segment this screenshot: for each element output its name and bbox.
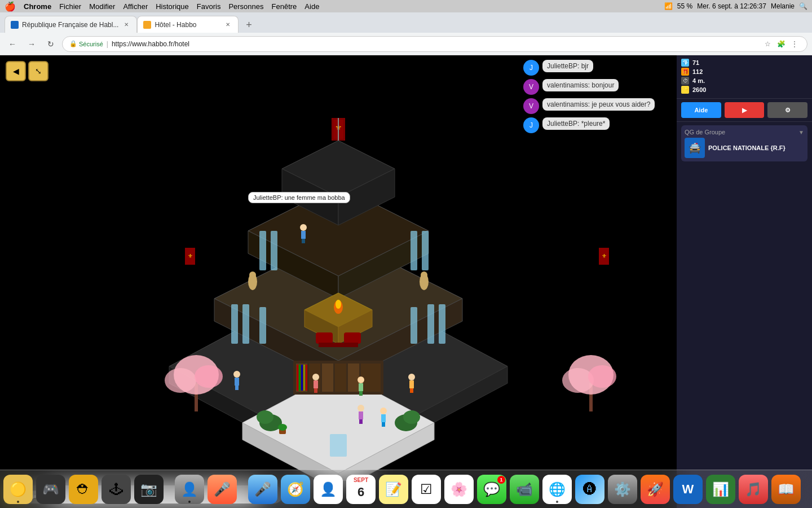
dock-numbers[interactable]: 📊 <box>706 475 735 504</box>
dock-photos[interactable]: 🌸 <box>444 475 474 504</box>
chat-message-1: JulietteBP: bjr <box>542 60 593 72</box>
menu-afficher[interactable]: Afficher <box>123 2 148 11</box>
svg-point-43 <box>588 365 616 388</box>
books-icon: 📖 <box>778 481 795 497</box>
game-nav-controls: ◀ ⤡ <box>6 61 48 81</box>
dock-safari[interactable]: 🧭 <box>281 475 310 504</box>
back-button[interactable]: ← <box>5 36 20 52</box>
dock-contacts[interactable]: 👤 <box>314 475 343 504</box>
menu-icon[interactable]: ⋮ <box>789 38 800 50</box>
menu-fenetre[interactable]: Fenêtre <box>272 2 297 11</box>
svg-point-74 <box>233 371 240 378</box>
dock-reminders[interactable]: ☑ <box>412 475 441 504</box>
svg-rect-32 <box>299 365 301 391</box>
svg-rect-60 <box>411 231 417 270</box>
chrome-icon: 🌐 <box>549 481 566 497</box>
tab-favicon-rf <box>11 21 19 29</box>
dock-appstore[interactable]: 🅐 <box>575 475 604 504</box>
group-dropdown-icon[interactable]: ▼ <box>798 129 804 135</box>
apple-menu[interactable]: 🍎 <box>5 1 16 12</box>
new-tab-button[interactable]: + <box>241 17 257 33</box>
svg-point-64 <box>257 410 273 424</box>
svg-rect-73 <box>235 378 239 386</box>
menu-historique[interactable]: Historique <box>156 2 189 11</box>
habbo-camera-icon: 📷 <box>140 481 157 497</box>
address-box[interactable]: 🔒 Sécurisé | https://www.habbo.fr/hotel … <box>62 36 807 52</box>
svg-rect-61 <box>422 231 429 270</box>
dock-facetime[interactable]: 📹 <box>510 475 539 504</box>
photos-icon: 🌸 <box>451 481 467 497</box>
dock-settings[interactable]: ⚙️ <box>608 475 637 504</box>
right-panel: 💎 71 🎁 112 ⏱ 4 m. ⭐ 2600 Aide ▶ ⚙ QG de … <box>677 55 812 508</box>
menu-fichier[interactable]: Fichier <box>59 2 81 11</box>
aide-button[interactable]: Aide <box>681 102 721 118</box>
svg-rect-31 <box>297 365 298 391</box>
tab-favicon-habbo <box>143 21 151 29</box>
dock: 🙂 🟡 🎮 ⛑ 🕹 📷 👤 🎤 🎤 🧭 👤 SEPT 6 📝 ☑ <box>0 470 812 508</box>
svg-rect-34 <box>303 365 305 391</box>
dock-habbo-4[interactable]: 🕹 <box>102 475 131 504</box>
nav-back-button[interactable]: ◀ <box>6 61 26 81</box>
svg-rect-75 <box>235 386 239 390</box>
svg-rect-87 <box>359 419 363 424</box>
bookmark-icon[interactable]: ☆ <box>762 38 773 50</box>
tab-habbo[interactable]: Hôtel - Habbo ✕ <box>137 16 239 33</box>
svg-point-70 <box>249 271 256 278</box>
dock-habbo-game[interactable]: 🎮 <box>36 475 65 504</box>
menu-aide[interactable]: Aide <box>304 2 319 11</box>
dock-habbo-6[interactable]: 🎤 <box>208 475 237 504</box>
refresh-button[interactable]: ↻ <box>43 36 59 52</box>
tab-republique[interactable]: République Française de Habl... ✕ <box>5 16 137 33</box>
svg-rect-23 <box>319 343 358 347</box>
dock-launchpad[interactable]: 🚀 <box>641 475 670 504</box>
svg-rect-91 <box>301 231 306 239</box>
game-scene[interactable]: ◀ ⤡ <box>0 55 677 508</box>
hud-stats: 💎 71 🎁 112 ⏱ 4 m. ⭐ 2600 <box>677 55 812 97</box>
dock-messages[interactable]: 💬 1 <box>477 475 506 504</box>
menu-modifier[interactable]: Modifier <box>89 2 115 11</box>
dock-books[interactable]: 📖 <box>771 475 801 504</box>
address-url: https://www.habbo.fr/hotel <box>112 40 758 48</box>
chat-avatar-valentina-1: V <box>523 79 539 95</box>
menubar: 🍎 Chrome Fichier Modifier Afficher Histo… <box>0 0 812 12</box>
app-name[interactable]: Chrome <box>24 2 51 11</box>
group-badge: 🚔 <box>685 138 705 158</box>
nav-expand-button[interactable]: ⤡ <box>28 61 48 81</box>
calendar-day: 6 <box>358 485 364 500</box>
dock-habbo-3[interactable]: ⛑ <box>69 475 98 504</box>
dock-word[interactable]: W <box>673 475 703 504</box>
menu-personnes[interactable]: Personnes <box>228 2 263 11</box>
dock-habbo-camera[interactable]: 📷 <box>134 475 164 504</box>
svg-rect-84 <box>410 388 413 393</box>
battery-status: 55 % <box>677 2 692 10</box>
play-button[interactable]: ▶ <box>725 102 765 118</box>
svg-rect-79 <box>359 383 363 391</box>
svg-rect-85 <box>359 411 363 419</box>
speech-bubble-ingame: JulietteBP: une femme ma bobba <box>248 192 350 203</box>
word-icon: W <box>682 482 694 497</box>
dock-habbo-yellow[interactable]: 🟡 <box>3 475 33 504</box>
extension-icon[interactable]: 🧩 <box>775 38 787 50</box>
chrome-dot <box>556 501 558 503</box>
dock-habbo-5[interactable]: 👤 <box>175 475 204 504</box>
diamond-value: 71 <box>692 59 699 66</box>
svg-text:⚜: ⚜ <box>602 253 607 259</box>
chat-row-4: J JulietteBP: *pleure* <box>523 117 672 133</box>
dock-music[interactable]: 🎵 <box>739 475 768 504</box>
game-area[interactable]: ◀ ⤡ <box>0 55 677 508</box>
chat-message-2: valentinamiss: bonjour <box>542 79 619 91</box>
search-icon[interactable]: 🔍 <box>799 2 807 10</box>
tab-close-rf[interactable]: ✕ <box>122 20 131 29</box>
dock-chrome[interactable]: 🌐 <box>542 475 572 504</box>
forward-button[interactable]: → <box>24 36 39 52</box>
svg-point-83 <box>408 374 415 380</box>
contacts-icon: 👤 <box>320 481 337 497</box>
dock-notes[interactable]: 📝 <box>379 475 408 504</box>
tab-label-rf: République Française de Habl... <box>22 21 118 29</box>
settings-hud-button[interactable]: ⚙ <box>767 102 807 118</box>
menu-favoris[interactable]: Favoris <box>197 2 221 11</box>
dock-siri[interactable]: 🎤 <box>248 475 277 504</box>
svg-point-80 <box>358 376 364 383</box>
tab-close-habbo[interactable]: ✕ <box>223 20 232 29</box>
dock-calendar[interactable]: SEPT 6 <box>346 475 376 504</box>
